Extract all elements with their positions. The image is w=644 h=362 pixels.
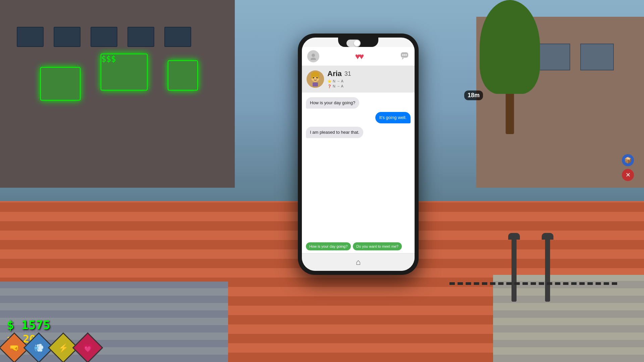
ability-bar: 🤜 💨 ⚡ 💗 bbox=[3, 337, 99, 359]
message-1: How is your day going? bbox=[306, 97, 359, 109]
app-logo: ♥ ♥ bbox=[355, 51, 364, 62]
window-4 bbox=[127, 27, 154, 47]
suggestion-btn-2[interactable]: Do you want to meet me? bbox=[353, 242, 401, 250]
svg-point-12 bbox=[313, 77, 314, 78]
phone-device: ♥ ♥ bbox=[298, 34, 419, 275]
stat-1-label: N → A bbox=[333, 79, 343, 84]
svg-point-13 bbox=[316, 77, 318, 78]
svg-point-1 bbox=[311, 58, 316, 60]
window-right-3 bbox=[580, 44, 614, 70]
window-5 bbox=[164, 27, 191, 47]
tree bbox=[476, 0, 543, 134]
message-2: It's going well. bbox=[375, 112, 411, 123]
store-sign-2: $$$ bbox=[101, 54, 148, 90]
profile-info: Aria 31 ⭐ N → A ❓ N → A bbox=[327, 69, 410, 89]
user-avatar-icon[interactable] bbox=[307, 50, 319, 62]
stat-row-2: ❓ N → A bbox=[327, 84, 410, 89]
message-3: I am pleased to hear that. bbox=[306, 127, 363, 138]
contact-avatar bbox=[307, 70, 324, 88]
stat-2-label: N → A bbox=[333, 84, 343, 89]
mini-icons: 📦 ✕ bbox=[622, 154, 634, 181]
svg-point-0 bbox=[312, 54, 315, 57]
home-icon[interactable]: ⌂ bbox=[356, 257, 361, 267]
suggestion-row: How is your day going? Do you want to me… bbox=[302, 242, 415, 253]
ability-cloud-icon: 💨 bbox=[34, 343, 44, 353]
ability-heart-icon: 💗 bbox=[83, 343, 93, 353]
window-3 bbox=[91, 27, 117, 47]
svg-rect-11 bbox=[318, 73, 319, 78]
lamp-post-1 bbox=[545, 235, 550, 302]
building-left: $$$ bbox=[0, 0, 235, 188]
heart-logo-icon-2: ♥ bbox=[359, 51, 364, 62]
ability-lightning-icon: ⚡ bbox=[58, 343, 68, 353]
svg-rect-14 bbox=[313, 82, 318, 86]
chat-area: How is your day going? It's going well. … bbox=[302, 93, 415, 242]
mini-icon-1[interactable]: 📦 bbox=[622, 154, 634, 166]
stat-question-icon: ❓ bbox=[327, 84, 331, 89]
stat-row-1: ⭐ N → A bbox=[327, 79, 410, 84]
profile-section[interactable]: Aria 31 ⭐ N → A ❓ N → A bbox=[302, 66, 415, 93]
ability-heart[interactable]: 💗 bbox=[72, 333, 103, 362]
chains bbox=[449, 282, 617, 285]
window-2 bbox=[54, 27, 80, 47]
ability-melee-icon: 🤜 bbox=[9, 343, 19, 353]
contact-age: 31 bbox=[344, 70, 351, 77]
hud-money: $ 1575 bbox=[7, 318, 50, 332]
online-toggle[interactable] bbox=[346, 40, 361, 47]
svg-point-4 bbox=[404, 54, 405, 56]
window-1 bbox=[17, 27, 44, 47]
stat-star-icon: ⭐ bbox=[327, 79, 331, 84]
store-sign-3 bbox=[168, 60, 198, 90]
chat-bubble-icon[interactable] bbox=[400, 51, 409, 62]
mini-icon-2[interactable]: ✕ bbox=[622, 169, 634, 181]
bottom-nav: ⌂ bbox=[302, 253, 415, 271]
app-header: ♥ ♥ bbox=[302, 47, 415, 66]
svg-point-5 bbox=[406, 54, 407, 56]
distance-badge: 18m bbox=[464, 90, 483, 100]
profile-stats: ⭐ N → A ❓ N → A bbox=[327, 79, 410, 89]
lamp-post-2 bbox=[512, 235, 517, 302]
svg-rect-10 bbox=[311, 73, 313, 78]
suggestion-btn-1[interactable]: How is your day going? bbox=[306, 242, 351, 250]
store-sign-1 bbox=[40, 67, 80, 101]
phone-screen: ♥ ♥ bbox=[302, 38, 415, 271]
svg-point-3 bbox=[402, 54, 404, 56]
contact-name: Aria bbox=[327, 69, 342, 78]
